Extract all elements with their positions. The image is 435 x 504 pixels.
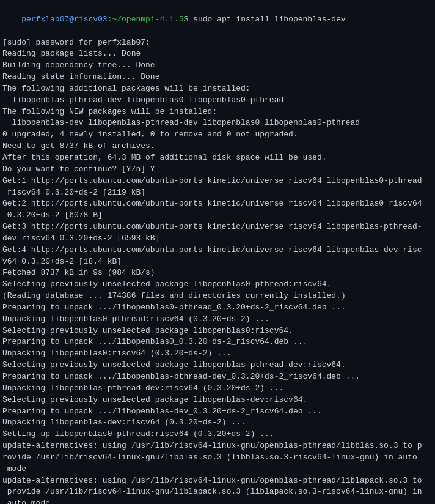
terminal-line: mode	[0, 464, 435, 475]
terminal-line: riscv64 0.3.20+ds-2 [2119 kB]	[0, 187, 435, 199]
terminal-line: Preparing to unpack .../libopenblas-pthr…	[0, 371, 435, 383]
terminal-line: Reading state information... Done	[0, 72, 435, 83]
terminal-line: Need to get 8737 kB of archives.	[0, 141, 435, 152]
terminal-line: v64 0.3.20+ds-2 [18.4 kB]	[0, 256, 435, 268]
terminal-line: 0.3.20+ds-2 [6078 B]	[0, 210, 435, 221]
terminal-line: rovide /usr/lib/riscv64-linux-gnu/libbla…	[0, 452, 435, 464]
terminal-line: Selecting previously unselected package …	[0, 360, 435, 371]
terminal-line: Unpacking libopenblas0:riscv64 (0.3.20+d…	[0, 348, 435, 360]
terminal-line: auto mode	[0, 498, 435, 504]
terminal-line: Preparing to unpack .../libopenblas0_0.3…	[0, 336, 435, 348]
terminal-line: The following NEW packages will be insta…	[0, 106, 435, 118]
terminal-line: update-alternatives: using /usr/lib/risc…	[0, 440, 435, 452]
terminal-line: update-alternatives: using /usr/lib/risc…	[0, 475, 435, 487]
terminal-line: Get:2 http://ports.ubuntu.com/ubuntu-por…	[0, 198, 435, 210]
prompt-line: perfxlab07@riscv03:~/openmpi-4.1.5$ sudo…	[0, 2, 435, 37]
prompt-command: sudo apt install libopenblas-dev	[188, 15, 345, 24]
terminal-line: Reading package lists... Done	[0, 48, 435, 60]
terminal-output: [sudo] password for perfxlab07:Reading p…	[0, 37, 435, 504]
terminal-line: Unpacking libopenblas0-pthread:riscv64 (…	[0, 314, 435, 325]
terminal-line: libopenblas-pthread-dev libopenblas0 lib…	[0, 95, 435, 106]
terminal-line: Get:4 http://ports.ubuntu.com/ubuntu-por…	[0, 245, 435, 256]
terminal-line: After this operation, 64.3 MB of additio…	[0, 152, 435, 164]
terminal-line: Unpacking libopenblas-pthread-dev:riscv6…	[0, 383, 435, 395]
terminal-line: Get:1 http://ports.ubuntu.com/ubuntu-por…	[0, 176, 435, 187]
terminal-line: libopenblas-dev libopenblas-pthread-dev …	[0, 117, 435, 129]
terminal-line: Selecting previously unselected package …	[0, 395, 435, 406]
terminal-line: Preparing to unpack .../libopenblas0-pth…	[0, 302, 435, 314]
terminal-window[interactable]: perfxlab07@riscv03:~/openmpi-4.1.5$ sudo…	[0, 0, 435, 504]
terminal-line: Selecting previously unselected package …	[0, 279, 435, 291]
terminal-line: dev riscv64 0.3.20+ds-2 [6593 kB]	[0, 233, 435, 245]
terminal-line: Setting up libopenblas0-pthread:riscv64 …	[0, 429, 435, 440]
terminal-line: (Reading database ... 174386 files and d…	[0, 291, 435, 302]
terminal-line: Selecting previously unselected package …	[0, 325, 435, 337]
terminal-line: Do you want to continue? [Y/n] Y	[0, 164, 435, 176]
terminal-line: Building dependency tree... Done	[0, 60, 435, 72]
terminal-line: Get:3 http://ports.ubuntu.com/ubuntu-por…	[0, 221, 435, 233]
terminal-line: [sudo] password for perfxlab07:	[0, 37, 435, 49]
terminal-line: provide /usr/lib/riscv64-linux-gnu/libla…	[0, 486, 435, 498]
terminal-line: Preparing to unpack .../libopenblas-dev_…	[0, 406, 435, 418]
terminal-line: 0 upgraded, 4 newly installed, 0 to remo…	[0, 129, 435, 141]
terminal-line: Fetched 8737 kB in 9s (984 kB/s)	[0, 267, 435, 279]
prompt-path: :~/openmpi-4.1.5	[108, 15, 184, 24]
terminal-line: Unpacking libopenblas-dev:riscv64 (0.3.2…	[0, 417, 435, 429]
prompt-user: perfxlab07@riscv03	[21, 15, 107, 24]
terminal-line: The following additional packages will b…	[0, 83, 435, 95]
